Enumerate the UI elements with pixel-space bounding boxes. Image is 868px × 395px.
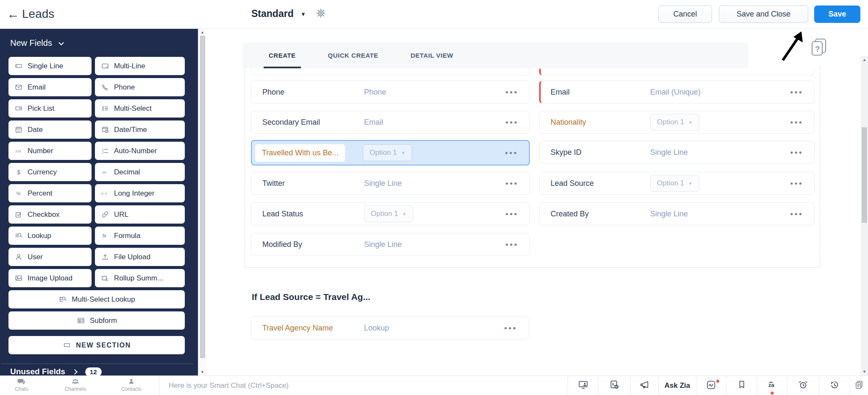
smart-prompt-button[interactable] bbox=[598, 376, 630, 395]
field-type-currency[interactable]: $Currency bbox=[8, 163, 92, 181]
field-type-multi-line[interactable]: Multi-Line bbox=[95, 57, 185, 75]
field-row-email[interactable]: EmailEmail (Unique)●●● bbox=[539, 81, 815, 104]
field-type-file-upload[interactable]: File Upload bbox=[95, 248, 185, 266]
new-fields-header[interactable]: New Fields bbox=[10, 38, 63, 48]
field-menu-button[interactable]: ●●● bbox=[790, 89, 803, 95]
field-type-date[interactable]: 10Date bbox=[8, 120, 92, 139]
clipped-field-row-left bbox=[251, 69, 530, 76]
clipboard-button[interactable] bbox=[849, 376, 868, 395]
field-type-user[interactable]: User bbox=[8, 248, 92, 266]
field-row-lead-source[interactable]: Lead SourceOption 1▼●●● bbox=[539, 172, 815, 195]
field-row-twitter[interactable]: TwitterSingle Line●●● bbox=[251, 172, 530, 195]
field-type-lookup[interactable]: Lookup bbox=[8, 227, 92, 245]
field-type-auto-number[interactable]: 12Auto-Number bbox=[95, 142, 185, 160]
zia-insights-button[interactable] bbox=[696, 376, 726, 395]
field-row-travel-agency-name[interactable]: Travel Agency NameLookup●●● bbox=[251, 316, 529, 340]
chevron-down-icon bbox=[59, 40, 64, 45]
field-type-phone[interactable]: Phone bbox=[95, 78, 185, 96]
tab-detail-view[interactable]: DETAIL VIEW bbox=[406, 42, 459, 68]
field-label: Travel Agency Name bbox=[262, 324, 333, 332]
field-menu-button[interactable]: ●●● bbox=[505, 211, 518, 217]
ask-zia-button[interactable]: Ask Zia bbox=[658, 376, 696, 395]
field-row-nationality[interactable]: NationalityOption 1▼●●● bbox=[539, 111, 815, 134]
field-row-lead-status[interactable]: Lead StatusOption 1▼●●● bbox=[251, 202, 530, 225]
field-label: Modified By bbox=[262, 240, 302, 249]
field-label: Created By bbox=[551, 210, 589, 218]
field-type-rollup-summ[interactable]: ΣRollup Summ... bbox=[95, 269, 185, 287]
field-menu-button[interactable]: ●●● bbox=[505, 150, 518, 156]
field-type-long-integer[interactable]: 9...9Long Integer bbox=[95, 184, 185, 202]
translate-button[interactable]: za bbox=[757, 376, 787, 395]
field-menu-button[interactable]: ●●● bbox=[790, 211, 803, 217]
chevron-down-icon: ▼ bbox=[300, 11, 306, 17]
main-scrollbar[interactable]: ▲ ▼ bbox=[861, 56, 868, 375]
history-button[interactable] bbox=[819, 376, 849, 395]
field-row-skype-id[interactable]: Skype IDSingle Line●●● bbox=[539, 141, 815, 164]
field-row-modified-by[interactable]: Modified BySingle Line●●● bbox=[251, 233, 530, 256]
field-menu-button[interactable]: ●●● bbox=[505, 180, 518, 186]
field-row-secondary-email[interactable]: Secondary EmailEmail●●● bbox=[251, 111, 530, 134]
field-row-created-by[interactable]: Created BySingle Line●●● bbox=[539, 202, 815, 225]
field-type-multi-select[interactable]: Multi-Select bbox=[95, 99, 185, 118]
smart-prompt-icon bbox=[609, 380, 620, 392]
bottom-channels-button[interactable]: Channels bbox=[55, 377, 96, 392]
history-icon bbox=[829, 380, 840, 392]
field-type-number[interactable]: 123Number bbox=[8, 142, 92, 160]
field-type-percent[interactable]: %Percent bbox=[8, 184, 92, 202]
sidebar-scrollbar[interactable]: ▲ ▼ bbox=[198, 29, 206, 375]
back-arrow-icon[interactable]: ← bbox=[7, 7, 19, 21]
field-menu-button[interactable]: ●●● bbox=[505, 119, 518, 125]
scroll-down-arrow-icon[interactable]: ▼ bbox=[198, 370, 206, 374]
field-menu-button[interactable]: ●●● bbox=[505, 89, 518, 95]
save-and-close-button[interactable]: Save and Close bbox=[719, 6, 808, 23]
bottom-contacts-button[interactable]: Contacts bbox=[114, 377, 148, 392]
screen-share-button[interactable] bbox=[568, 376, 598, 395]
scroll-up-arrow-icon[interactable]: ▲ bbox=[198, 30, 206, 34]
bottom-chats-button[interactable]: Chats bbox=[7, 377, 36, 392]
layout-selector[interactable]: Standard ▼ bbox=[251, 8, 306, 20]
field-type-email[interactable]: Email bbox=[8, 78, 92, 96]
unused-fields-toggle[interactable]: Unused Fields 12 bbox=[10, 367, 102, 375]
field-type-date-time[interactable]: Date/Time bbox=[95, 120, 185, 139]
field-type-label: Checkbox bbox=[28, 210, 60, 219]
field-type-label: Long Integer bbox=[114, 189, 154, 198]
field-type-pick-list[interactable]: Pick List bbox=[8, 99, 92, 118]
bookmark-button[interactable] bbox=[726, 376, 757, 395]
gear-icon[interactable] bbox=[314, 7, 327, 20]
field-row-travelled-with-us-be[interactable]: Travelled With us Be...Option 1▼●●● bbox=[251, 140, 530, 165]
announcements-button[interactable] bbox=[630, 376, 658, 395]
field-label: Secondary Email bbox=[262, 118, 320, 126]
field-menu-button[interactable]: ●●● bbox=[504, 325, 517, 331]
main-scrollbar-thumb[interactable] bbox=[862, 127, 867, 223]
scroll-down-arrow-icon[interactable]: ▼ bbox=[861, 370, 868, 374]
field-type-url[interactable]: URL bbox=[95, 205, 185, 224]
field-type-single-line[interactable]: Single Line bbox=[8, 57, 92, 75]
field-type-multi-select-lookup[interactable]: Multi-Select Lookup bbox=[8, 290, 185, 308]
field-type-subform[interactable]: Subform bbox=[8, 311, 185, 330]
reminders-button[interactable] bbox=[787, 376, 819, 395]
field-type-placeholder: Single Line bbox=[364, 179, 402, 188]
unused-fields-label: Unused Fields bbox=[10, 367, 65, 375]
field-menu-button[interactable]: ●●● bbox=[790, 149, 803, 155]
field-type-new-section[interactable]: NEW SECTION bbox=[8, 336, 185, 354]
field-menu-button[interactable]: ●●● bbox=[790, 180, 803, 186]
scroll-up-arrow-icon[interactable]: ▲ bbox=[861, 58, 868, 62]
sidebar-scrollbar-thumb[interactable] bbox=[200, 36, 205, 358]
tab-create[interactable]: CREATE bbox=[264, 42, 301, 68]
field-row-phone[interactable]: PhonePhone●●● bbox=[251, 81, 530, 104]
new-fields-sidebar: New Fields Single LineMulti-LineEmailPho… bbox=[0, 29, 198, 375]
field-type-formula[interactable]: fxFormula bbox=[95, 227, 185, 245]
field-type-decimal[interactable]: .00Decimal bbox=[95, 163, 185, 181]
conditional-section-title: If Lead Source = Travel Ag... bbox=[252, 292, 370, 302]
field-menu-button[interactable]: ●●● bbox=[790, 119, 803, 125]
help-card-icon[interactable]: ? bbox=[811, 38, 827, 57]
save-button[interactable]: Save bbox=[814, 6, 860, 23]
field-type-checkbox[interactable]: Checkbox bbox=[8, 205, 92, 224]
cancel-button[interactable]: Cancel bbox=[658, 6, 712, 23]
field-menu-button[interactable]: ●●● bbox=[505, 241, 518, 247]
image-upload-icon bbox=[14, 275, 23, 282]
smart-chat-input[interactable]: Here is your Smart Chat (Ctrl+Space) bbox=[169, 376, 550, 395]
field-type-image-upload[interactable]: Image Upload bbox=[8, 269, 92, 287]
tab-quick-create[interactable]: QUICK CREATE bbox=[323, 42, 384, 68]
pick-list-icon bbox=[14, 105, 23, 112]
